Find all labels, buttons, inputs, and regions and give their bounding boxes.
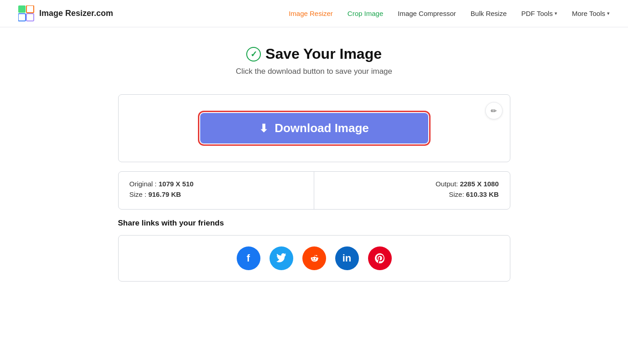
main-content: ✓ Save Your Image Click the download but… [109,27,519,300]
nav-link-image-resizer[interactable]: Image Resizer [289,10,333,17]
nav-link-crop-image[interactable]: Crop Image [348,10,383,17]
title-section: ✓ Save Your Image Click the download but… [118,46,510,76]
nav-item-pdf-tools[interactable]: PDF Tools ▾ [521,10,557,17]
nav-link-bulk-resize[interactable]: Bulk Resize [471,10,507,17]
output-size-row: Size: 610.33 KB [325,190,499,198]
pinterest-icon [375,253,385,263]
navbar: Image Resizer.com Image Resizer Crop Ima… [0,0,628,27]
svg-rect-0 [18,5,26,13]
info-output: Output: 2285 X 1080 Size: 610.33 KB [314,172,510,209]
original-size-row: Size : 916.79 KB [130,190,303,198]
twitter-icon [276,253,286,263]
logo-text: Image Resizer.com [39,9,113,18]
share-section: Share links with your friends f in [118,219,510,282]
nav-link-image-compressor[interactable]: Image Compressor [398,10,456,17]
nav-dropdown-more-tools[interactable]: More Tools ▾ [572,10,610,17]
page-subtitle: Click the download button to save your i… [118,67,510,76]
info-original: Original : 1079 X 510 Size : 916.79 KB [119,172,315,209]
nav-item-more-tools[interactable]: More Tools ▾ [572,10,610,17]
check-circle-icon: ✓ [246,47,261,62]
nav-dropdown-pdf-tools[interactable]: PDF Tools ▾ [521,10,557,17]
chevron-down-icon-more: ▾ [607,10,610,16]
svg-rect-1 [26,5,34,13]
reddit-share-button[interactable] [302,246,326,270]
facebook-share-button[interactable]: f [237,246,260,270]
twitter-share-button[interactable] [270,246,293,270]
share-title: Share links with your friends [118,219,510,228]
share-card: f in [118,235,510,282]
page-title: ✓ Save Your Image [118,46,510,62]
svg-rect-2 [18,14,26,21]
logo-icon [18,5,35,22]
output-dimensions-row: Output: 2285 X 1080 [325,180,499,188]
reddit-icon [309,253,320,264]
download-btn-wrapper: ⬇ Download Image [132,108,496,148]
nav-item-image-compressor[interactable]: Image Compressor [398,10,456,18]
nav-links: Image Resizer Crop Image Image Compresso… [289,10,610,18]
info-card: Original : 1079 X 510 Size : 916.79 KB O… [118,171,510,210]
pinterest-share-button[interactable] [368,246,392,270]
download-image-button[interactable]: ⬇ Download Image [200,113,428,144]
nav-item-image-resizer[interactable]: Image Resizer [289,10,333,18]
nav-item-bulk-resize[interactable]: Bulk Resize [471,10,507,18]
logo-link[interactable]: Image Resizer.com [18,5,113,22]
svg-rect-3 [26,14,34,21]
edit-button[interactable]: ✏ [485,102,503,119]
download-icon: ⬇ [259,122,268,135]
original-dimensions-row: Original : 1079 X 510 [130,180,303,188]
download-card: ✏ ⬇ Download Image [118,94,510,162]
pencil-icon: ✏ [491,107,497,115]
linkedin-share-button[interactable]: in [335,246,359,270]
nav-item-crop-image[interactable]: Crop Image [348,10,383,18]
chevron-down-icon: ▾ [555,10,557,16]
